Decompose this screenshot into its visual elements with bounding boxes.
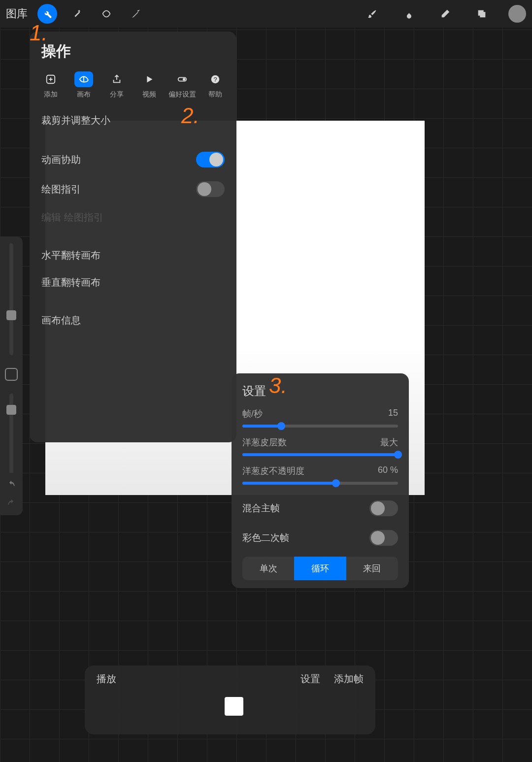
wand-icon	[71, 8, 82, 19]
crop-resize-row[interactable]: 裁剪并调整大小	[30, 107, 236, 134]
timeline-frame[interactable]	[225, 697, 243, 716]
tab-canvas-label: 画布	[77, 90, 91, 99]
eraser-icon	[440, 8, 451, 19]
adjustments-button[interactable]	[67, 4, 87, 24]
flip-horizontal-label: 水平翻转画布	[41, 249, 100, 262]
panel-title: 操作	[30, 41, 236, 68]
onion-opacity-label: 洋葱皮不透明度	[242, 465, 304, 477]
onion-opacity-slider[interactable]	[242, 482, 398, 485]
gallery-button[interactable]: 图库	[6, 6, 28, 21]
animation-settings-panel: 设置 帧/秒15 洋葱皮层数最大 洋葱皮不透明度60 % 混合主帧 彩色二次帧 …	[232, 373, 409, 588]
flip-horizontal-row[interactable]: 水平翻转画布	[30, 242, 236, 269]
svg-text:?: ?	[213, 76, 217, 83]
tab-prefs-label: 偏好设置	[168, 90, 196, 99]
color-secondary-toggle[interactable]	[369, 530, 398, 546]
onion-opacity-value: 60 %	[378, 465, 398, 477]
tab-help[interactable]: ? 帮助	[200, 71, 230, 99]
timeline-track[interactable]	[97, 696, 364, 717]
animation-assist-label: 动画协助	[41, 153, 81, 166]
smudge-icon	[403, 8, 414, 19]
timeline-settings-button[interactable]: 设置	[300, 672, 320, 686]
undo-redo-bar	[0, 473, 23, 515]
arrow-icon	[131, 8, 141, 19]
annotation-3: 3.	[269, 373, 287, 398]
blend-main-row: 混合主帧	[242, 494, 398, 523]
share-icon	[111, 74, 122, 85]
animation-assist-row: 动画协助	[30, 145, 236, 174]
eraser-button[interactable]	[435, 4, 455, 24]
tab-add-label: 添加	[44, 90, 58, 99]
svg-point-2	[183, 78, 186, 81]
panel-tabs: 添加 画布 分享 视频 偏好设置 ? 帮助	[30, 68, 236, 105]
smudge-button[interactable]	[399, 4, 419, 24]
crop-resize-label: 裁剪并调整大小	[41, 114, 110, 127]
color-secondary-label: 彩色二次帧	[242, 531, 289, 544]
brush-size-slider[interactable]	[9, 243, 13, 355]
annotation-2: 2.	[181, 103, 200, 128]
onion-layers-value: 最大	[380, 436, 398, 448]
brush-button[interactable]	[363, 4, 382, 24]
tab-add[interactable]: 添加	[36, 71, 66, 99]
redo-icon[interactable]	[6, 498, 16, 508]
flip-vertical-row[interactable]: 垂直翻转画布	[30, 269, 236, 296]
drawing-guide-row: 绘图指引	[30, 174, 236, 204]
settings-title: 设置	[242, 383, 398, 399]
fps-row: 帧/秒15	[242, 408, 398, 428]
fps-value: 15	[388, 408, 398, 420]
fps-label: 帧/秒	[242, 408, 263, 420]
left-sidebar	[0, 236, 23, 512]
tab-share-label: 分享	[110, 90, 124, 99]
onion-opacity-row: 洋葱皮不透明度60 %	[242, 465, 398, 485]
blend-main-toggle[interactable]	[369, 500, 398, 516]
color-picker-button[interactable]	[508, 5, 526, 23]
color-secondary-row: 彩色二次帧	[242, 523, 398, 553]
play-icon	[144, 74, 155, 85]
tab-help-label: 帮助	[208, 90, 222, 99]
canvas-info-row[interactable]: 画布信息	[30, 307, 236, 334]
animation-assist-toggle[interactable]	[196, 152, 225, 167]
add-frame-button[interactable]: 添加帧	[334, 672, 364, 686]
segment-once[interactable]: 单次	[242, 557, 294, 580]
flip-vertical-label: 垂直翻转画布	[41, 276, 100, 289]
wrench-icon	[42, 8, 53, 19]
edit-drawing-guide-label: 编辑 绘图指引	[41, 211, 103, 224]
modify-button[interactable]	[5, 368, 18, 381]
tab-prefs[interactable]: 偏好设置	[167, 71, 197, 99]
layers-icon	[476, 8, 487, 19]
onion-layers-slider[interactable]	[242, 453, 398, 456]
prefs-icon	[177, 74, 188, 85]
help-icon: ?	[210, 74, 221, 85]
fps-slider[interactable]	[242, 425, 398, 428]
top-toolbar: 图库	[0, 0, 532, 28]
layers-button[interactable]	[472, 4, 492, 24]
actions-panel: 操作 添加 画布 分享 视频 偏好设置 ? 帮助 裁剪并调整大小 动	[30, 32, 236, 442]
blend-main-label: 混合主帧	[242, 502, 280, 515]
canvas-info-label: 画布信息	[41, 314, 81, 327]
selection-button[interactable]	[97, 4, 116, 24]
add-icon	[45, 74, 56, 85]
onion-layers-label: 洋葱皮层数	[242, 436, 287, 448]
animation-timeline-bar: 播放 设置 添加帧	[85, 665, 375, 734]
tab-canvas[interactable]: 画布	[69, 71, 99, 99]
onion-layers-row: 洋葱皮层数最大	[242, 436, 398, 456]
brush-icon	[367, 8, 378, 19]
undo-icon[interactable]	[6, 480, 16, 490]
segment-loop[interactable]: 循环	[294, 557, 346, 580]
tab-video[interactable]: 视频	[134, 71, 164, 99]
drawing-guide-toggle[interactable]	[196, 181, 225, 197]
annotation-1: 1.	[30, 21, 48, 45]
tab-share[interactable]: 分享	[102, 71, 132, 99]
tab-video-label: 视频	[142, 90, 156, 99]
segment-pingpong[interactable]: 来回	[346, 557, 398, 580]
drawing-guide-label: 绘图指引	[41, 183, 81, 196]
canvas-icon	[78, 74, 89, 85]
selection-icon	[101, 8, 112, 19]
transform-button[interactable]	[126, 4, 146, 24]
playback-mode-segment: 单次 循环 来回	[242, 557, 398, 580]
edit-drawing-guide-row: 编辑 绘图指引	[30, 204, 236, 231]
play-button[interactable]: 播放	[97, 672, 116, 686]
